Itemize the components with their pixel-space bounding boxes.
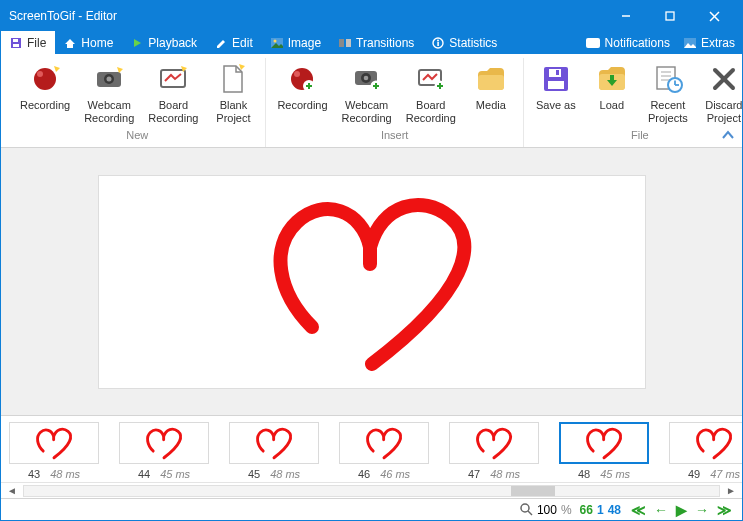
frame-delay: 48 ms	[490, 468, 520, 480]
horizontal-scrollbar[interactable]: ◄ ►	[1, 482, 742, 498]
webcam-icon	[93, 63, 125, 95]
svg-rect-40	[549, 69, 561, 77]
svg-line-53	[528, 511, 532, 515]
webcam-add-icon	[351, 63, 383, 95]
scroll-track[interactable]	[23, 485, 720, 497]
tab-home-label: Home	[81, 36, 113, 50]
frame-thumb[interactable]: 4947 ms	[669, 422, 742, 480]
ribbon-group-file: Save as Load RecentProjects DiscardProje…	[524, 58, 743, 147]
current-frame: 48	[608, 503, 621, 517]
preview-canvas[interactable]	[98, 175, 646, 389]
notification-icon	[586, 38, 600, 48]
total-frames: 66	[580, 503, 593, 517]
frame-number: 45	[248, 468, 260, 480]
first-frame-button[interactable]: ≪	[629, 502, 648, 518]
thumb-image	[449, 422, 539, 464]
play-button[interactable]: ▶	[674, 502, 689, 518]
discard-project-button[interactable]: DiscardProject	[696, 58, 743, 127]
magnifier-icon	[520, 503, 533, 516]
blank-icon	[217, 63, 249, 95]
svg-point-17	[37, 71, 43, 77]
extras-link[interactable]: Extras	[677, 31, 742, 54]
tab-transitions[interactable]: Transitions	[330, 31, 423, 54]
load-icon	[596, 63, 628, 95]
tab-home[interactable]: Home	[55, 31, 122, 54]
tab-edit[interactable]: Edit	[206, 31, 262, 54]
board-recording-button[interactable]: BoardRecording	[141, 58, 205, 127]
tab-file[interactable]: File	[1, 31, 55, 54]
recent-projects-button[interactable]: RecentProjects	[640, 58, 696, 127]
frame-thumb[interactable]: 4348 ms	[9, 422, 99, 480]
minimize-button[interactable]	[604, 1, 648, 31]
insert-webcam-label: WebcamRecording	[342, 99, 392, 124]
frame-thumb[interactable]: 4646 ms	[339, 422, 429, 480]
tab-image[interactable]: Image	[262, 31, 330, 54]
zoom-control[interactable]: 100 %	[520, 503, 572, 517]
save-as-label: Save as	[536, 99, 576, 112]
webcam-recording-button[interactable]: WebcamRecording	[77, 58, 141, 127]
scroll-left-button[interactable]: ◄	[3, 485, 21, 496]
svg-rect-9	[339, 39, 344, 47]
scroll-handle[interactable]	[511, 486, 555, 496]
svg-rect-10	[346, 39, 351, 47]
ribbon-collapse-button[interactable]	[720, 127, 736, 143]
svg-rect-14	[586, 38, 600, 48]
insert-board-button[interactable]: BoardRecording	[399, 58, 463, 127]
insert-media-button[interactable]: Media	[463, 58, 519, 127]
tab-playback-label: Playback	[148, 36, 197, 50]
save-as-button[interactable]: Save as	[528, 58, 584, 127]
svg-rect-1	[666, 12, 674, 20]
recent-projects-label: RecentProjects	[648, 99, 688, 124]
new-recording-label: Recording	[20, 99, 70, 112]
frame-thumb[interactable]: 4445 ms	[119, 422, 209, 480]
tab-transitions-label: Transitions	[356, 36, 414, 50]
edit-icon	[215, 37, 227, 49]
insert-webcam-button[interactable]: WebcamRecording	[335, 58, 399, 127]
thumb-image	[9, 422, 99, 464]
blank-project-button[interactable]: BlankProject	[205, 58, 261, 127]
heart-drawing	[242, 182, 502, 382]
svg-point-29	[363, 76, 368, 81]
frame-thumb[interactable]: 4548 ms	[229, 422, 319, 480]
svg-rect-37	[478, 75, 504, 90]
prev-frame-button[interactable]: ←	[652, 502, 670, 518]
next-frame-button[interactable]: →	[693, 502, 711, 518]
info-icon	[432, 37, 444, 49]
tab-statistics[interactable]: Statistics	[423, 31, 506, 54]
frame-thumb[interactable]: 4845 ms	[559, 422, 649, 480]
svg-point-8	[273, 39, 276, 42]
load-button[interactable]: Load	[584, 58, 640, 127]
svg-rect-5	[13, 44, 19, 47]
status-bar: 100 % 66 1 48 ≪ ← ▶ → ≫	[1, 498, 742, 520]
tab-image-label: Image	[288, 36, 321, 50]
svg-rect-12	[438, 42, 440, 46]
last-frame-button[interactable]: ≫	[715, 502, 734, 518]
frame-number: 47	[468, 468, 480, 480]
home-icon	[64, 37, 76, 49]
close-button[interactable]	[692, 1, 736, 31]
new-recording-button[interactable]: Recording	[13, 58, 77, 127]
svg-rect-21	[161, 70, 185, 87]
svg-point-20	[107, 77, 112, 82]
tab-edit-label: Edit	[232, 36, 253, 50]
preview-stage	[1, 148, 742, 415]
thumb-image	[339, 422, 429, 464]
scroll-right-button[interactable]: ►	[722, 485, 740, 496]
blank-project-label: BlankProject	[216, 99, 250, 124]
save-icon	[10, 37, 22, 49]
svg-point-52	[521, 504, 529, 512]
tab-playback[interactable]: Playback	[122, 31, 206, 54]
filmstrip: 4348 ms4445 ms4548 ms4646 ms4748 ms4845 …	[1, 415, 742, 498]
record-icon	[29, 63, 61, 95]
transitions-icon	[339, 37, 351, 49]
frame-number: 49	[688, 468, 700, 480]
discard-icon	[708, 63, 740, 95]
svg-rect-39	[548, 81, 564, 89]
notifications-link[interactable]: Notifications	[579, 31, 677, 54]
image-icon	[271, 37, 283, 49]
insert-recording-button[interactable]: Recording	[270, 58, 334, 127]
group-file-name: File	[631, 127, 649, 145]
title-bar: ScreenToGif - Editor	[1, 1, 742, 31]
maximize-button[interactable]	[648, 1, 692, 31]
frame-thumb[interactable]: 4748 ms	[449, 422, 539, 480]
